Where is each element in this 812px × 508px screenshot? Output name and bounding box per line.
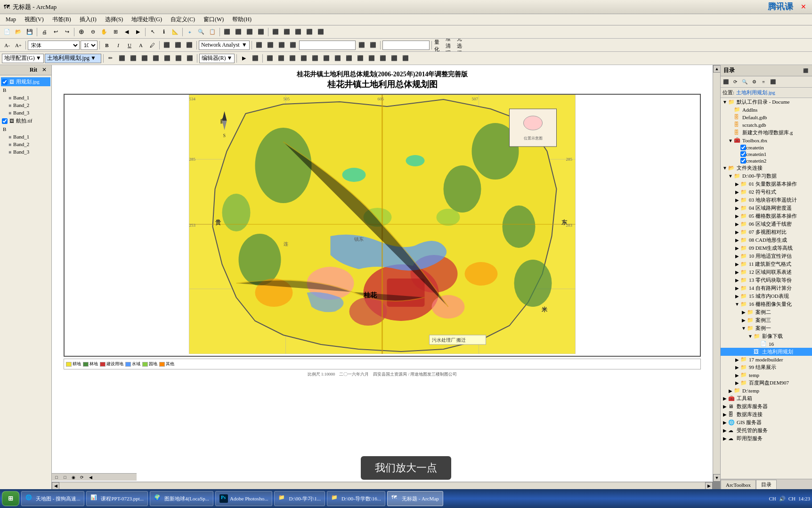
cat-item-17[interactable]: ▶ 📁 17 modelbuilder [721, 356, 812, 363]
taskbar-ppt[interactable]: 📊 课程PPT-0723.ppt... [86, 491, 148, 506]
search-button[interactable]: 🔍 [196, 27, 206, 37]
full-extent-button[interactable]: ⊞ [110, 27, 121, 37]
createtin1-checkbox[interactable] [740, 151, 746, 157]
cat-item-case2[interactable]: ▶ 📁 案例二 [721, 308, 812, 316]
cat-item-new-gdb[interactable]: 🗄 新建文件地理数据库.g [721, 129, 812, 137]
underline-button[interactable]: U [124, 40, 135, 50]
tray-volume-icon[interactable]: 🔊 [779, 496, 786, 502]
cat-item-gis-server[interactable]: ▶ 🌐 GIS 服务器 [721, 418, 812, 426]
cat-item-15[interactable]: ▶ 📁 15 城市内OD表现 [721, 292, 812, 300]
cat-item-toolboxes[interactable]: ▶ 🧰 工具箱 [721, 394, 812, 402]
scroll-left-button[interactable]: ◀ [52, 482, 59, 490]
edit-btn5[interactable]: ⬛ [287, 53, 298, 64]
edit-btn1[interactable]: ▶ [239, 53, 249, 64]
italic-button[interactable]: I [113, 40, 123, 50]
edit-tool1[interactable]: ✏ [106, 53, 116, 64]
catalog-button[interactable]: 📋 [207, 27, 218, 37]
tool2[interactable]: ⬛ [233, 27, 244, 37]
toc-close-button[interactable]: ✕ [39, 65, 49, 75]
overview-button[interactable]: □ [53, 474, 60, 481]
cat-item-imagery[interactable]: ▼ 📁 影像下载 [721, 332, 812, 340]
cat-item-default-workspace[interactable]: ▼ 📁 默认工作目录 - Docume [721, 98, 812, 106]
font-big-button[interactable]: A+ [13, 40, 24, 50]
cat-item-addins[interactable]: 📁 AddIns [721, 106, 812, 114]
cat-item-08[interactable]: ▶ 📁 08 CAD地形生成 [721, 236, 812, 244]
vectorize-button[interactable]: 矢量化(Z) [434, 40, 444, 50]
print-button[interactable]: 🖨 [39, 27, 49, 37]
menu-geoprocess[interactable]: 地理处理(G) [128, 15, 166, 25]
edit-tool2[interactable]: ⬛ [117, 53, 127, 64]
toc-item-band1-2[interactable]: ■ Band_2 [1, 101, 50, 109]
highlight-button[interactable]: 🖊 [147, 40, 157, 50]
catalog-up-button[interactable]: ⬛ [722, 78, 730, 86]
catalog-options-button[interactable]: ⚙ [750, 78, 758, 86]
na-tool2[interactable]: ⬛ [173, 40, 183, 50]
edit-btn6[interactable]: ⬛ [299, 53, 309, 64]
next-extent-button[interactable]: ▶ [133, 27, 143, 37]
toc-item-band1-3[interactable]: ■ Band_3 [1, 109, 50, 116]
layer-select-dropdown[interactable]: 土地利用规划.jpg ▼ [45, 54, 101, 63]
cat-item-09[interactable]: ▶ 📁 09 DEM生成等高线 [721, 244, 812, 252]
close-button[interactable]: ✕ [799, 2, 808, 12]
menu-bookmarks[interactable]: 书签(B) [49, 15, 75, 25]
stop-button[interactable]: ◀ [87, 474, 94, 481]
createtin-checkbox[interactable] [740, 145, 746, 150]
cat-item-01[interactable]: ▶ 📁 01 矢量数据基本操作 [721, 180, 812, 188]
edit-tool6[interactable]: ⬛ [162, 53, 172, 64]
toc-item-band1-1[interactable]: ■ Band_1 [1, 94, 50, 101]
cat-item-temp[interactable]: ▶ 📁 temp [721, 371, 812, 379]
toc-checkbox-aerial[interactable] [2, 118, 8, 124]
taskbar-photoshop[interactable]: Ps Adobe Photosho... [215, 491, 272, 506]
edit-btn13[interactable]: ⬛ [378, 53, 388, 64]
createtin2-checkbox[interactable] [740, 158, 746, 164]
record-button[interactable]: ◉ [70, 474, 77, 481]
na-btn2[interactable]: ⬛ [265, 40, 276, 50]
cat-item-db-conn[interactable]: ▶ 🗄 数据库连接 [721, 410, 812, 418]
scroll-down-button[interactable]: ▼ [713, 474, 720, 482]
edit-btn10[interactable]: ⬛ [344, 53, 354, 64]
menu-map[interactable]: Map [2, 15, 20, 24]
cat-item-land-use-plan[interactable]: 🖼 土地利用规划 [721, 348, 812, 356]
edit-btn8[interactable]: ⬛ [321, 53, 332, 64]
network-analyst-dropdown[interactable]: Network Analyst ▼ [199, 41, 250, 50]
cat-item-16sub[interactable]: 📄 16 [721, 340, 812, 348]
edit-btn9[interactable]: ⬛ [333, 53, 343, 64]
cat-item-99[interactable]: ▶ 📁 99 结果展示 [721, 363, 812, 371]
editor-dropdown[interactable]: 编辑器(R) ▼ [199, 54, 235, 63]
catalog-search-button[interactable]: 🔍 [740, 78, 749, 86]
cat-item-db-servers[interactable]: ▶ 🖥 数据库服务器 [721, 402, 812, 410]
edit-tool4[interactable]: ⬛ [139, 53, 150, 64]
menu-view[interactable]: 视图(V) [21, 15, 48, 25]
cat-item-12[interactable]: ▶ 📁 12 区域间联系表述 [721, 268, 812, 276]
na-tool1[interactable]: ⬛ [162, 40, 172, 50]
na-tool3[interactable]: ⬛ [184, 40, 195, 50]
tool1[interactable]: ⬛ [222, 27, 232, 37]
na-search-input[interactable] [299, 41, 356, 50]
zoom-out-button[interactable]: ⊖ [88, 27, 98, 37]
taskbar-locaspace[interactable]: 🌍 图新地球4(LocaSp... [150, 491, 213, 506]
cat-item-createtin2[interactable]: createtin2 [721, 157, 812, 164]
layout-button[interactable]: □ [61, 474, 69, 481]
edit-btn11[interactable]: ⬛ [355, 53, 365, 64]
map-scrollbar-horizontal[interactable]: ◀ ▶ [52, 482, 713, 489]
arctoolbox-tab[interactable]: ArcToolbox [721, 480, 756, 489]
edit-tool5[interactable]: ⬛ [151, 53, 161, 64]
cat-item-d00[interactable]: ▼ 📁 D:\00-学习数据 [721, 172, 812, 180]
edit-btn2[interactable]: ⬛ [250, 53, 260, 64]
na-btn1[interactable]: ⬛ [254, 40, 264, 50]
scroll-right-button[interactable]: ▶ [705, 482, 713, 490]
map-scrollbar-vertical[interactable]: ▲ ▼ [713, 65, 720, 482]
save-button[interactable]: 💾 [24, 27, 35, 37]
toc-item-aerial[interactable]: 🖼 航拍.tif [1, 116, 50, 125]
cat-item-14[interactable]: ▶ 📁 14 自有路网计算分 [721, 284, 812, 292]
redo-button[interactable]: ↪ [62, 27, 72, 37]
cat-item-02[interactable]: ▶ 📁 02 符号柱式 [721, 188, 812, 196]
open-button[interactable]: 📂 [13, 27, 24, 37]
font-small-button[interactable]: A- [2, 40, 12, 50]
tool9[interactable]: ⬛ [316, 27, 326, 37]
cat-item-default-gdb[interactable]: 🗄 Default.gdb [721, 114, 812, 121]
prev-extent-button[interactable]: ◀ [122, 27, 132, 37]
tool7[interactable]: ⬛ [293, 27, 303, 37]
tool3[interactable]: ⬛ [244, 27, 255, 37]
font-size-select[interactable]: 10 [81, 41, 97, 50]
